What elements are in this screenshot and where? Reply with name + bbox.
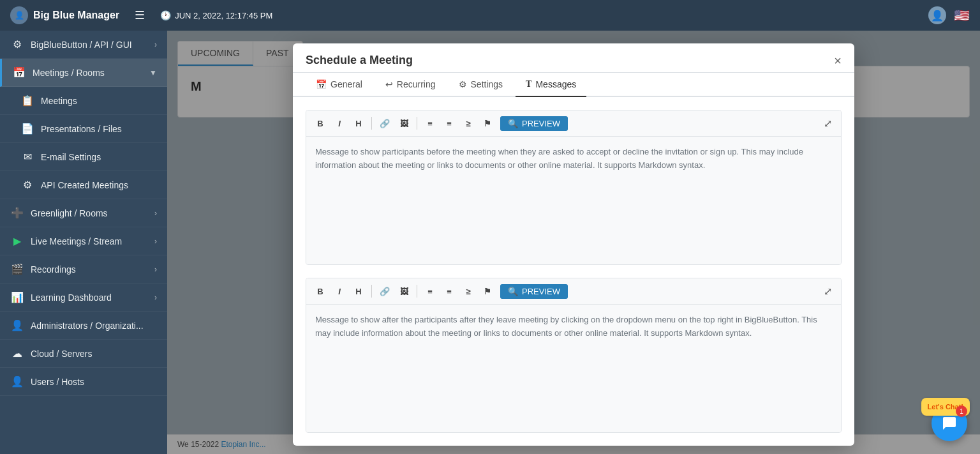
hamburger-icon[interactable]: ☰: [135, 8, 145, 22]
editor-content-1[interactable]: Message to show participants before the …: [306, 137, 841, 264]
modal-close-button[interactable]: ×: [834, 54, 842, 67]
heading-button-2[interactable]: H: [350, 282, 368, 300]
sidebar: ⚙ BigBlueButton / API / GUI › 📅 Meetings…: [0, 31, 167, 454]
ol-button-1[interactable]: ≡: [440, 114, 458, 132]
recordings-icon: 🎬: [10, 263, 24, 275]
modal-tabs: 📅 General ↩ Recurring ⚙ Settings T Messa…: [293, 73, 854, 97]
editor-block-2: B I H 🔗 🖼 ≡ ≡ ≥ ⚑ 🔍: [306, 278, 842, 433]
schedule-meeting-modal: Schedule a Meeting × 📅 General ↩ Recurri…: [293, 43, 854, 446]
tab-messages-label: Messages: [535, 79, 576, 89]
sidebar-item-meetings[interactable]: 📋 Meetings: [0, 87, 167, 115]
bold-button-2[interactable]: B: [311, 282, 329, 300]
settings-tab-icon: ⚙: [459, 79, 467, 89]
user-avatar[interactable]: 👤: [928, 6, 946, 24]
sidebar-label-cloud: Cloud / Servers: [31, 349, 157, 359]
toolbar-sep-3: [371, 285, 372, 298]
flag-button-1[interactable]: ⚑: [479, 114, 496, 132]
image-button-1[interactable]: 🖼: [395, 114, 413, 132]
sidebar-item-learning[interactable]: 📊 Learning Dashboard ›: [0, 284, 167, 312]
sidebar-label-learning: Learning Dashboard: [31, 292, 148, 303]
italic-button-2[interactable]: I: [330, 282, 348, 300]
preview-icon-1: 🔍: [508, 119, 518, 128]
chevron-icon-3: ›: [154, 209, 157, 218]
sidebar-label-api: API Created Meetings: [41, 180, 157, 190]
toolbar-sep-4: [417, 285, 417, 298]
indent-button-1[interactable]: ≥: [459, 114, 477, 132]
sidebar-item-cloud[interactable]: ☁ Cloud / Servers: [0, 340, 167, 368]
sidebar-item-presentations[interactable]: 📄 Presentations / Files: [0, 115, 167, 143]
editor-placeholder-1: Message to show participants before the …: [315, 147, 803, 170]
admin-icon: 👤: [10, 319, 24, 331]
tab-recurring[interactable]: ↩ Recurring: [375, 73, 446, 97]
chevron-icon-2: ▼: [149, 68, 157, 77]
link-button-1[interactable]: 🔗: [376, 114, 394, 132]
sidebar-item-bigbluebutton[interactable]: ⚙ BigBlueButton / API / GUI ›: [0, 31, 167, 59]
editor-content-2[interactable]: Message to show after the participants a…: [306, 305, 841, 432]
preview-icon-2: 🔍: [508, 287, 518, 296]
general-tab-icon: 📅: [316, 79, 327, 89]
chat-badge: 1: [956, 405, 967, 417]
link-button-2[interactable]: 🔗: [376, 282, 394, 300]
ul-button-1[interactable]: ≡: [421, 114, 439, 132]
ul-button-2[interactable]: ≡: [421, 282, 439, 300]
modal-title: Schedule a Meeting: [306, 54, 413, 67]
indent-button-2[interactable]: ≥: [459, 282, 477, 300]
flag-button-2[interactable]: ⚑: [479, 282, 496, 300]
greenlight-icon: ➕: [10, 207, 24, 219]
sidebar-label-meetings-rooms: Meetings / Rooms: [33, 68, 143, 78]
editor-placeholder-2: Message to show after the participants a…: [315, 315, 817, 338]
tab-settings[interactable]: ⚙ Settings: [449, 73, 514, 97]
expand-button-2[interactable]: ⤢: [820, 284, 836, 299]
brand: 👤 Big Blue Manager: [10, 6, 119, 24]
language-flag[interactable]: 🇺🇸: [954, 8, 970, 23]
heading-button-1[interactable]: H: [350, 114, 368, 132]
preview-button-2[interactable]: 🔍 PREVIEW: [500, 284, 568, 299]
sidebar-label-greenlight: Greenlight / Rooms: [31, 208, 148, 218]
sidebar-item-email[interactable]: ✉ E-mail Settings: [0, 143, 167, 171]
learning-icon: 📊: [10, 291, 24, 303]
sidebar-label-bigbluebutton: BigBlueButton / API / GUI: [31, 40, 148, 50]
sidebar-item-administrators[interactable]: 👤 Administrators / Organizati...: [0, 312, 167, 340]
ol-button-2[interactable]: ≡: [440, 282, 458, 300]
sidebar-item-greenlight[interactable]: ➕ Greenlight / Rooms ›: [0, 199, 167, 227]
image-button-2[interactable]: 🖼: [395, 282, 413, 300]
api-icon: ⚙: [20, 179, 34, 191]
tab-messages[interactable]: T Messages: [516, 73, 586, 97]
tab-settings-label: Settings: [471, 79, 503, 89]
sidebar-item-meetings-rooms[interactable]: 📅 Meetings / Rooms ▼: [0, 59, 167, 87]
brand-name: Big Blue Manager: [33, 10, 119, 21]
messages-tab-icon: T: [526, 79, 531, 89]
tab-general-label: General: [330, 79, 362, 89]
italic-button-1[interactable]: I: [330, 114, 348, 132]
chat-widget: Let's Chat! 1: [932, 405, 967, 441]
toolbar-sep-1: [371, 117, 372, 130]
tab-general[interactable]: 📅 General: [306, 73, 373, 97]
modal-body: B I H 🔗 🖼 ≡ ≡ ≥ ⚑ 🔍: [293, 97, 854, 446]
toolbar-sep-2: [417, 117, 417, 130]
datetime: 🕐 JUN 2, 2022, 12:17:45 PM: [160, 10, 272, 20]
live-icon: ▶: [10, 235, 24, 247]
sidebar-label-recordings: Recordings: [31, 264, 148, 275]
cloud-icon: ☁: [10, 347, 24, 359]
sidebar-label-email: E-mail Settings: [41, 152, 157, 162]
sidebar-label-users: Users / Hosts: [31, 377, 157, 387]
sidebar-item-recordings[interactable]: 🎬 Recordings ›: [0, 255, 167, 284]
chevron-icon: ›: [154, 40, 157, 49]
preview-button-1[interactable]: 🔍 PREVIEW: [500, 116, 568, 131]
editor-toolbar-1: B I H 🔗 🖼 ≡ ≡ ≥ ⚑ 🔍: [306, 110, 841, 137]
presentations-icon: 📄: [20, 123, 34, 135]
modal-overlay: Schedule a Meeting × 📅 General ↩ Recurri…: [167, 31, 980, 454]
settings-icon: ⚙: [10, 38, 24, 50]
sidebar-item-live-meetings[interactable]: ▶ Live Meetings / Stream ›: [0, 227, 167, 255]
sidebar-item-api-created[interactable]: ⚙ API Created Meetings: [0, 171, 167, 199]
chevron-icon-6: ›: [154, 293, 157, 302]
recurring-tab-icon: ↩: [385, 79, 393, 89]
expand-button-1[interactable]: ⤢: [820, 116, 836, 131]
sidebar-item-users[interactable]: 👤 Users / Hosts: [0, 368, 167, 396]
main-content: UPCOMING PAST M We 15-2022 Etopian Inc..…: [167, 31, 980, 454]
preview-label-2: PREVIEW: [522, 287, 560, 296]
bold-button-1[interactable]: B: [311, 114, 329, 132]
tab-recurring-label: Recurring: [397, 79, 436, 89]
meetings-icon: 📋: [20, 95, 34, 107]
calendar-icon: 📅: [12, 66, 26, 79]
